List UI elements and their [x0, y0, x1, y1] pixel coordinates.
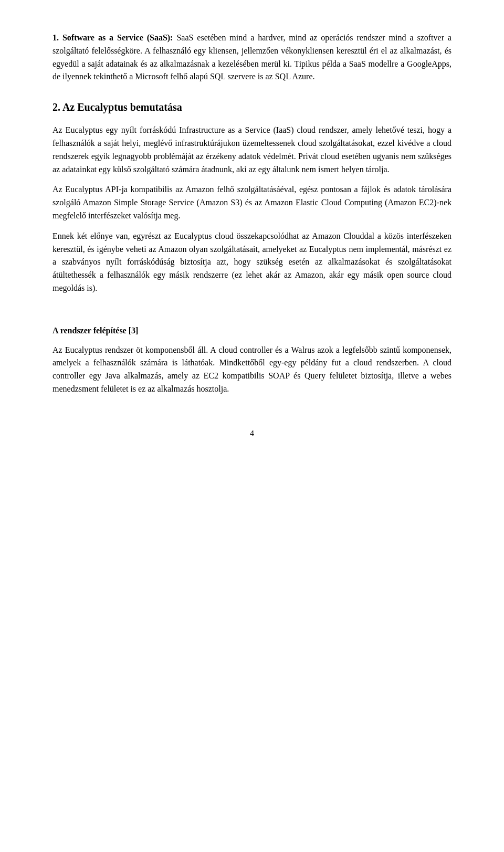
page-number-text: 4 [250, 429, 254, 438]
page-number: 4 [52, 427, 452, 440]
software-text: Software [62, 33, 94, 42]
section2-paragraph3: Ennek két előnye van, egyrészt az Eucaly… [52, 230, 452, 295]
subsection-system-label: A rendszer felépítése [3] [52, 326, 138, 335]
spacer [52, 302, 452, 312]
document-content: 1. Software as a Service (SaaS): SaaS es… [52, 31, 452, 396]
saas-bold-label: 1. Software as a Service (SaaS): [52, 33, 173, 42]
section2-paragraph1: Az Eucalyptus egy nyílt forráskódú Infra… [52, 124, 452, 176]
paragraph-saas: 1. Software as a Service (SaaS): SaaS es… [52, 31, 452, 83]
system-paragraph1: Az Eucalyptus rendszer öt komponensből á… [52, 344, 452, 396]
section2-paragraph2: Az Eucalyptus API-ja kompatibilis az Ama… [52, 183, 452, 222]
subsection-system-heading: A rendszer felépítése [3] [52, 324, 452, 338]
section2-heading: 2. Az Eucalyptus bemutatása [52, 99, 452, 115]
